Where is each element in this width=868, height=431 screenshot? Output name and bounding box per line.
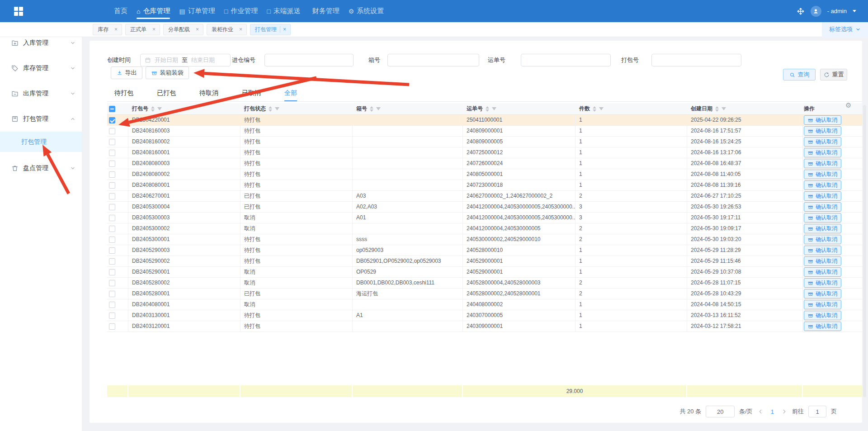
entry-no-input[interactable] <box>264 54 354 66</box>
sidebar-item[interactable]: 打包管理 <box>0 110 82 128</box>
table-row[interactable]: DB2405300002 取消 240412000004,24053000000… <box>107 223 862 234</box>
row-checkbox[interactable] <box>109 291 115 297</box>
pack-bag-button[interactable]: 装箱装袋 <box>146 66 189 79</box>
row-checkbox[interactable] <box>109 171 115 178</box>
close-icon[interactable]: × <box>193 26 202 33</box>
column-header[interactable]: 操作 <box>803 103 862 114</box>
row-checkbox[interactable] <box>109 128 115 134</box>
table-row[interactable]: DB2405300001 待打包 ssss 240530000002,24052… <box>107 234 862 245</box>
confirm-cancel-button[interactable]: 确认取消 <box>804 267 841 277</box>
user-name[interactable]: - admin <box>827 8 847 14</box>
table-row[interactable]: DB2404080001 取消 240408000002 1 2024-04-0… <box>107 299 862 310</box>
page-tab[interactable]: 正式单 × <box>125 24 160 35</box>
row-checkbox[interactable] <box>109 161 115 167</box>
sort-icons[interactable] <box>593 106 596 112</box>
query-button[interactable]: 查询 <box>783 69 816 81</box>
row-checkbox[interactable] <box>109 182 115 189</box>
confirm-cancel-button[interactable]: 确认取消 <box>804 322 841 331</box>
filter-icon[interactable] <box>376 107 381 110</box>
table-row[interactable]: DB2408160002 待打包 240809000005 1 2024-08-… <box>107 137 862 147</box>
status-tab[interactable]: 待取消 <box>199 85 218 101</box>
table-row[interactable]: DB2403120001 待打包 240309000001 1 2024-03-… <box>107 321 862 332</box>
filter-icon[interactable] <box>275 107 279 110</box>
table-row[interactable]: DB2408080001 待打包 240723000018 1 2024-08-… <box>107 180 862 191</box>
sidebar-item[interactable]: 库存管理 <box>0 59 82 77</box>
sort-icons[interactable] <box>486 106 489 112</box>
table-row[interactable]: DB2408160003 待打包 240809000001 1 2024-08-… <box>107 126 862 137</box>
row-checkbox[interactable] <box>109 280 115 286</box>
sidebar-item[interactable]: 盘点管理 <box>0 159 82 177</box>
row-checkbox[interactable] <box>109 150 115 156</box>
confirm-cancel-button[interactable]: 确认取消 <box>804 246 841 255</box>
row-checkbox[interactable] <box>109 117 115 123</box>
sort-icons[interactable] <box>715 106 719 112</box>
confirm-cancel-button[interactable]: 确认取消 <box>804 115 841 125</box>
confirm-cancel-button[interactable]: 确认取消 <box>804 235 841 244</box>
select-all-checkbox[interactable] <box>109 106 115 112</box>
next-page-icon[interactable] <box>781 408 788 415</box>
current-page[interactable]: 1 <box>768 408 777 415</box>
confirm-cancel-button[interactable]: 确认取消 <box>804 180 841 190</box>
page-tab[interactable]: 库存 × <box>93 24 122 35</box>
table-row[interactable]: DB2405280002 取消 DB0001,DB002,DB003,ceshi… <box>107 278 862 289</box>
box-no-input[interactable] <box>387 54 479 66</box>
close-icon[interactable]: × <box>150 26 158 33</box>
page-tab[interactable]: 装柜作业 × <box>207 24 247 35</box>
nav-item[interactable]: 首页 <box>107 0 132 22</box>
page-tab[interactable]: 分单配载 × <box>163 24 203 35</box>
row-checkbox[interactable] <box>109 258 115 265</box>
filter-icon[interactable] <box>599 107 604 110</box>
confirm-cancel-button[interactable]: 确认取消 <box>804 202 841 212</box>
confirm-cancel-button[interactable]: 确认取消 <box>804 213 841 223</box>
table-row[interactable]: DB2408080003 待打包 240726000024 1 2024-08-… <box>107 158 862 169</box>
confirm-cancel-button[interactable]: 确认取消 <box>804 137 841 147</box>
table-row[interactable]: DB2405280001 已打包 海运打包 240528000002,24052… <box>107 289 862 299</box>
close-icon[interactable]: × <box>112 26 120 33</box>
table-row[interactable]: DB2408080002 待打包 240805000001 1 2024-08-… <box>107 169 862 180</box>
sort-icons[interactable] <box>151 106 155 112</box>
column-header[interactable]: 打包状态 <box>241 103 353 114</box>
column-header[interactable]: 箱号 <box>353 103 463 114</box>
filter-icon[interactable] <box>157 107 162 110</box>
nav-item[interactable]: □ 作业管理 <box>220 0 262 22</box>
table-row[interactable]: DB2406270001 已打包 A03 240627000002_1,2406… <box>107 191 862 202</box>
tag-options-button[interactable]: 标签选项 <box>822 22 868 37</box>
close-icon[interactable]: × <box>280 26 289 33</box>
waybill-no-input[interactable] <box>521 54 611 66</box>
confirm-cancel-button[interactable]: 确认取消 <box>804 159 841 168</box>
row-checkbox[interactable] <box>109 302 115 308</box>
create-time-range-input[interactable]: 开始日期 至 结束日期 <box>140 54 231 66</box>
table-row[interactable]: DB2504220001 待打包 250411000001 1 2025-04-… <box>107 115 862 126</box>
caret-down-icon[interactable] <box>853 10 856 12</box>
filter-icon[interactable] <box>722 107 726 110</box>
table-row[interactable]: DB2405290001 取消 OP0529 240529000001 1 20… <box>107 267 862 278</box>
confirm-cancel-button[interactable]: 确认取消 <box>804 278 841 288</box>
column-header[interactable]: 件数 <box>576 103 687 114</box>
confirm-cancel-button[interactable]: 确认取消 <box>804 311 841 320</box>
vertical-scrollbar[interactable] <box>863 105 866 397</box>
status-tab[interactable]: 已取消 <box>242 85 261 101</box>
confirm-cancel-button[interactable]: 确认取消 <box>804 126 841 136</box>
table-row[interactable]: DB2405290003 待打包 op0529003 240528000010 … <box>107 245 862 256</box>
table-row[interactable]: DB2405300004 已打包 A02,A03 240412000004,24… <box>107 202 862 213</box>
nav-item[interactable]: ▤ 订单管理 <box>175 0 219 22</box>
nav-item[interactable]: ⚙ 系统设置 <box>344 0 389 22</box>
row-checkbox[interactable] <box>109 139 115 145</box>
table-row[interactable]: DB2405290002 待打包 DB052901,OP0529002,op05… <box>107 256 862 267</box>
row-checkbox[interactable] <box>109 323 115 330</box>
page-size-input[interactable] <box>706 406 735 417</box>
column-header[interactable]: 打包号 <box>128 103 241 114</box>
row-checkbox[interactable] <box>109 215 115 221</box>
apps-icon[interactable] <box>14 7 23 16</box>
filter-icon[interactable] <box>492 107 496 110</box>
confirm-cancel-button[interactable]: 确认取消 <box>804 170 841 179</box>
row-checkbox[interactable] <box>109 204 115 210</box>
confirm-cancel-button[interactable]: 确认取消 <box>804 289 841 298</box>
close-icon[interactable]: × <box>236 26 245 33</box>
confirm-cancel-button[interactable]: 确认取消 <box>804 224 841 233</box>
row-checkbox[interactable] <box>109 247 115 254</box>
sort-icons[interactable] <box>370 106 373 112</box>
goto-page-input[interactable] <box>808 406 826 417</box>
reset-button[interactable]: 重置 <box>820 69 847 81</box>
confirm-cancel-button[interactable]: 确认取消 <box>804 300 841 309</box>
